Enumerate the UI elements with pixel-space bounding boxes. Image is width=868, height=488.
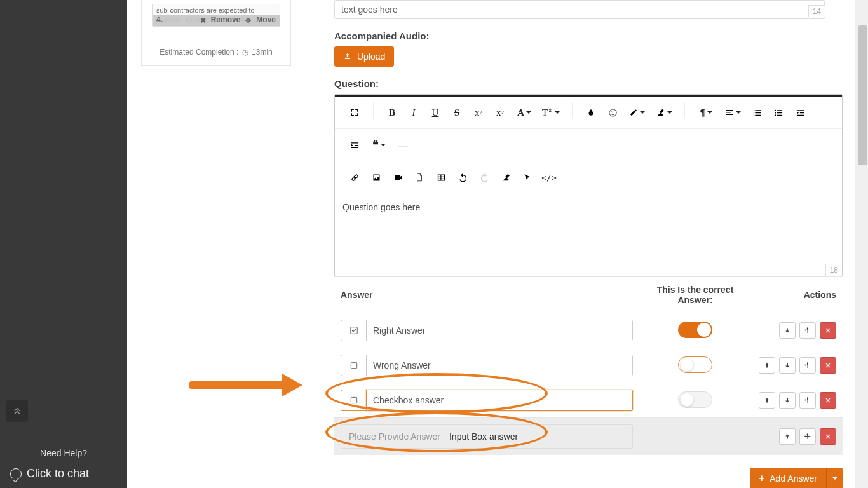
double-chevron-up-icon: [12, 406, 22, 416]
highlight-button[interactable]: [623, 102, 650, 123]
accompanied-audio-label: Accompanied Audio:: [334, 30, 843, 41]
clear-formatting-button[interactable]: [650, 102, 677, 123]
answer-text-input[interactable]: [366, 320, 633, 341]
est-prefix: Estimated Completion :: [159, 48, 238, 57]
eraser-button[interactable]: [495, 166, 517, 188]
drag-handle-button[interactable]: [799, 322, 816, 339]
remove-icon[interactable]: ✖: [200, 16, 206, 25]
answer-text-input[interactable]: [366, 390, 633, 411]
svg-point-3: [775, 109, 776, 111]
add-answer-dropdown[interactable]: [826, 468, 843, 488]
font-size-button[interactable]: T⇕: [538, 102, 564, 123]
outdent-button[interactable]: [789, 102, 811, 123]
answer-row-placeholder: Please Provide Answer Input Box answer: [334, 418, 843, 456]
insert-video-button[interactable]: [387, 166, 409, 188]
subscript-button[interactable]: x2: [468, 102, 489, 123]
answer-row: [334, 383, 843, 418]
scrollbar-thumb[interactable]: [858, 25, 867, 165]
move-down-button[interactable]: [779, 392, 796, 409]
slide-thumbnail[interactable]: sub-contractors are expected to maintain…: [152, 4, 280, 27]
bold-button[interactable]: B: [381, 102, 403, 123]
indent-button[interactable]: [344, 134, 365, 156]
upload-icon: [343, 52, 352, 61]
answer-text-input[interactable]: [366, 355, 633, 376]
editor-text: Question goes here: [342, 202, 420, 212]
click-to-chat-link[interactable]: Click to chat: [0, 462, 127, 488]
paragraph-format-button[interactable]: ¶: [693, 102, 719, 123]
answer-checkbox[interactable]: [341, 355, 366, 376]
delete-answer-button[interactable]: [820, 392, 836, 409]
move-icon[interactable]: ✥: [245, 16, 251, 25]
drag-handle-button[interactable]: [799, 392, 816, 409]
slide-thumb-overlay: 4. ✖ Remove ✥ Move: [153, 15, 280, 26]
emoji-button[interactable]: [602, 102, 623, 123]
plus-icon: +: [759, 474, 764, 483]
insert-table-button[interactable]: [430, 166, 452, 188]
svg-point-5: [775, 114, 776, 116]
horizontal-rule-button[interactable]: —: [392, 134, 414, 156]
undo-button[interactable]: [452, 166, 473, 188]
text-color-button[interactable]: [580, 102, 602, 123]
move-up-button[interactable]: [779, 428, 796, 445]
font-family-button[interactable]: A: [511, 102, 538, 123]
scroll-top-button[interactable]: [6, 400, 28, 422]
fullscreen-button[interactable]: [344, 102, 365, 123]
insert-file-button[interactable]: [409, 166, 430, 188]
remove-label[interactable]: Remove: [211, 15, 241, 25]
text-input-value: text goes here: [341, 4, 398, 15]
superscript-button[interactable]: x2: [489, 102, 511, 123]
editor-toolbar-row1: B I U S x2 x2 A T⇕: [335, 97, 842, 128]
svg-point-2: [613, 111, 614, 112]
correct-toggle-disabled[interactable]: [678, 391, 712, 408]
move-up-button[interactable]: [759, 357, 775, 374]
col-answer: Answer: [334, 277, 639, 313]
upload-audio-button[interactable]: Upload: [334, 46, 394, 67]
slide-number: 4.: [156, 15, 163, 25]
move-down-button[interactable]: [779, 322, 796, 339]
correct-toggle-off[interactable]: [678, 356, 712, 373]
drag-handle-button[interactable]: [799, 357, 816, 374]
delete-answer-button[interactable]: [820, 357, 836, 374]
insert-image-button[interactable]: [365, 166, 387, 188]
placeholder-answer-input[interactable]: Please Provide Answer Input Box answer: [341, 424, 633, 449]
svg-point-4: [775, 112, 776, 113]
checked-box-icon: [349, 326, 358, 335]
move-down-button[interactable]: [779, 357, 796, 374]
align-button[interactable]: [719, 102, 746, 123]
strikethrough-button[interactable]: S: [446, 102, 468, 123]
code-view-button[interactable]: </>: [538, 166, 560, 188]
help-panel: Need Help? Click to chat: [0, 444, 127, 488]
correct-toggle-on[interactable]: [678, 322, 712, 338]
move-up-button[interactable]: [759, 392, 775, 409]
quote-button[interactable]: ❝: [365, 134, 392, 156]
select-all-button[interactable]: [517, 166, 538, 188]
delete-answer-button[interactable]: [820, 428, 836, 445]
answer-row: [334, 313, 843, 348]
answer-checkbox[interactable]: [341, 390, 366, 411]
add-answer-split-button: + Add Answer: [750, 468, 843, 488]
add-answer-label: Add Answer: [770, 473, 817, 484]
editor-content[interactable]: Question goes here 18: [335, 193, 842, 276]
main-form: text goes here 14 Accompanied Audio: Upl…: [334, 0, 843, 488]
text-char-count: 14: [808, 5, 825, 17]
italic-button[interactable]: I: [403, 102, 424, 123]
editor-toolbar-row3: </>: [335, 161, 842, 193]
insert-link-button[interactable]: [344, 166, 365, 188]
move-label[interactable]: Move: [256, 15, 276, 25]
redo-button[interactable]: [473, 166, 495, 188]
chat-icon: [10, 468, 22, 480]
click-to-chat-text: Click to chat: [27, 467, 89, 480]
add-answer-button[interactable]: + Add Answer: [750, 468, 826, 488]
browser-scrollbar[interactable]: [857, 0, 868, 488]
answer-checkbox[interactable]: [341, 320, 366, 341]
placeholder-label: Please Provide Answer: [349, 431, 440, 442]
ordered-list-button[interactable]: [746, 102, 768, 123]
unordered-list-button[interactable]: [768, 102, 789, 123]
text-goes-here-input[interactable]: text goes here: [334, 0, 825, 19]
svg-rect-8: [351, 397, 356, 403]
module-preview-card: sub-contractors are expected to maintain…: [141, 0, 291, 66]
delete-answer-button[interactable]: [820, 322, 836, 339]
drag-handle-button[interactable]: [799, 428, 816, 445]
underline-button[interactable]: U: [424, 102, 446, 123]
question-label: Question:: [334, 78, 843, 89]
